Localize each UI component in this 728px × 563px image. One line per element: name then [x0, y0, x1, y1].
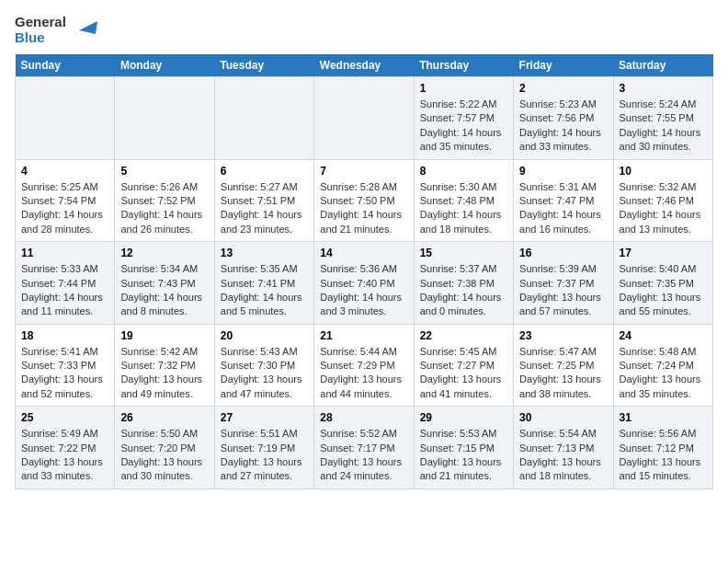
calendar-cell: 4Sunrise: 5:25 AMSunset: 7:54 PMDaylight…: [16, 159, 115, 242]
day-info: Sunrise: 5:42 AMSunset: 7:32 PMDaylight:…: [120, 345, 208, 402]
logo: General Blue: [15, 15, 97, 45]
day-info: Sunrise: 5:31 AMSunset: 7:47 PMDaylight:…: [519, 180, 607, 237]
calendar-cell: 15Sunrise: 5:37 AMSunset: 7:38 PMDayligh…: [414, 242, 513, 325]
day-number: 8: [420, 165, 507, 178]
day-info: Sunrise: 5:22 AMSunset: 7:57 PMDaylight:…: [420, 98, 507, 155]
day-number: 10: [620, 165, 707, 178]
day-info: Sunrise: 5:32 AMSunset: 7:46 PMDaylight:…: [620, 180, 707, 237]
day-info: Sunrise: 5:26 AMSunset: 7:52 PMDaylight:…: [120, 180, 208, 237]
day-number: 14: [320, 247, 407, 259]
day-info: Sunrise: 5:40 AMSunset: 7:35 PMDaylight:…: [620, 262, 707, 319]
calendar-cell: 3Sunrise: 5:24 AMSunset: 7:55 PMDaylight…: [613, 77, 712, 160]
day-info: Sunrise: 5:36 AMSunset: 7:40 PMDaylight:…: [320, 262, 407, 319]
calendar-cell: 9Sunrise: 5:31 AMSunset: 7:47 PMDaylight…: [514, 159, 613, 242]
day-number: 17: [620, 247, 707, 259]
day-info: Sunrise: 5:56 AMSunset: 7:12 PMDaylight:…: [620, 427, 707, 484]
day-number: 15: [420, 247, 507, 259]
day-number: 5: [120, 165, 208, 178]
day-info: Sunrise: 5:34 AMSunset: 7:43 PMDaylight:…: [120, 262, 208, 319]
calendar-cell: [314, 77, 414, 160]
day-number: 24: [620, 329, 707, 342]
logo-blue: Blue: [15, 30, 66, 46]
day-number: 12: [120, 247, 208, 259]
day-info: Sunrise: 5:35 AMSunset: 7:41 PMDaylight:…: [221, 262, 308, 319]
day-number: 27: [221, 411, 308, 424]
day-number: 11: [21, 247, 108, 259]
day-info: Sunrise: 5:24 AMSunset: 7:55 PMDaylight:…: [620, 98, 707, 155]
logo-general: General: [15, 15, 66, 30]
day-info: Sunrise: 5:48 AMSunset: 7:24 PMDaylight:…: [620, 345, 707, 402]
calendar-cell: 28Sunrise: 5:52 AMSunset: 7:17 PMDayligh…: [314, 407, 414, 489]
day-info: Sunrise: 5:41 AMSunset: 7:33 PMDaylight:…: [21, 345, 108, 402]
day-number: 1: [420, 82, 507, 95]
calendar-week-row: 18Sunrise: 5:41 AMSunset: 7:33 PMDayligh…: [16, 324, 713, 407]
calendar-cell: [16, 77, 115, 160]
calendar-week-row: 11Sunrise: 5:33 AMSunset: 7:44 PMDayligh…: [16, 242, 713, 325]
day-number: 31: [620, 411, 707, 424]
calendar-day-header: Sunday: [16, 54, 115, 77]
day-info: Sunrise: 5:50 AMSunset: 7:20 PMDaylight:…: [120, 427, 208, 484]
day-info: Sunrise: 5:25 AMSunset: 7:54 PMDaylight:…: [21, 180, 108, 237]
calendar-cell: 1Sunrise: 5:22 AMSunset: 7:57 PMDaylight…: [414, 77, 513, 160]
day-info: Sunrise: 5:51 AMSunset: 7:19 PMDaylight:…: [221, 427, 308, 484]
day-info: Sunrise: 5:54 AMSunset: 7:13 PMDaylight:…: [519, 427, 607, 484]
day-number: 4: [21, 165, 108, 178]
day-number: 7: [320, 165, 407, 178]
day-info: Sunrise: 5:39 AMSunset: 7:37 PMDaylight:…: [519, 262, 607, 319]
day-info: Sunrise: 5:30 AMSunset: 7:48 PMDaylight:…: [420, 180, 507, 237]
calendar-cell: 18Sunrise: 5:41 AMSunset: 7:33 PMDayligh…: [16, 324, 115, 407]
day-info: Sunrise: 5:49 AMSunset: 7:22 PMDaylight:…: [21, 427, 108, 484]
calendar-day-header: Monday: [115, 54, 214, 77]
day-number: 22: [420, 329, 507, 342]
day-info: Sunrise: 5:52 AMSunset: 7:17 PMDaylight:…: [320, 427, 407, 484]
calendar-cell: 7Sunrise: 5:28 AMSunset: 7:50 PMDaylight…: [314, 159, 414, 242]
day-number: 20: [221, 329, 308, 342]
calendar-cell: 30Sunrise: 5:54 AMSunset: 7:13 PMDayligh…: [514, 407, 613, 489]
calendar-cell: 19Sunrise: 5:42 AMSunset: 7:32 PMDayligh…: [115, 324, 214, 407]
calendar-day-header: Saturday: [613, 54, 712, 77]
page-header: General Blue: [15, 15, 713, 45]
calendar-cell: 20Sunrise: 5:43 AMSunset: 7:30 PMDayligh…: [214, 324, 313, 407]
calendar-week-row: 1Sunrise: 5:22 AMSunset: 7:57 PMDaylight…: [16, 77, 713, 160]
calendar-cell: 2Sunrise: 5:23 AMSunset: 7:56 PMDaylight…: [514, 77, 613, 160]
calendar-header: SundayMondayTuesdayWednesdayThursdayFrid…: [16, 54, 713, 77]
calendar-cell: [115, 77, 214, 160]
calendar-cell: [214, 77, 313, 160]
day-number: 16: [519, 247, 607, 259]
day-info: Sunrise: 5:37 AMSunset: 7:38 PMDaylight:…: [420, 262, 507, 319]
calendar-cell: 12Sunrise: 5:34 AMSunset: 7:43 PMDayligh…: [115, 242, 214, 325]
calendar-cell: 26Sunrise: 5:50 AMSunset: 7:20 PMDayligh…: [115, 407, 214, 489]
calendar-cell: 10Sunrise: 5:32 AMSunset: 7:46 PMDayligh…: [613, 159, 712, 242]
svg-marker-0: [79, 21, 97, 34]
day-info: Sunrise: 5:47 AMSunset: 7:25 PMDaylight:…: [519, 345, 607, 402]
day-number: 29: [420, 411, 507, 424]
day-number: 28: [320, 411, 407, 424]
day-info: Sunrise: 5:33 AMSunset: 7:44 PMDaylight:…: [21, 262, 108, 319]
calendar-cell: 5Sunrise: 5:26 AMSunset: 7:52 PMDaylight…: [115, 159, 214, 242]
day-number: 6: [221, 165, 308, 178]
calendar-cell: 23Sunrise: 5:47 AMSunset: 7:25 PMDayligh…: [514, 324, 613, 407]
day-number: 19: [120, 329, 208, 342]
calendar-table: SundayMondayTuesdayWednesdayThursdayFrid…: [15, 54, 713, 489]
calendar-cell: 8Sunrise: 5:30 AMSunset: 7:48 PMDaylight…: [414, 159, 513, 242]
day-number: 9: [519, 165, 607, 178]
logo-bird-icon: [70, 17, 97, 44]
calendar-cell: 6Sunrise: 5:27 AMSunset: 7:51 PMDaylight…: [214, 159, 313, 242]
calendar-week-row: 4Sunrise: 5:25 AMSunset: 7:54 PMDaylight…: [16, 159, 713, 242]
calendar-day-header: Wednesday: [314, 54, 414, 77]
day-number: 23: [519, 329, 607, 342]
calendar-cell: 31Sunrise: 5:56 AMSunset: 7:12 PMDayligh…: [613, 407, 712, 489]
calendar-cell: 16Sunrise: 5:39 AMSunset: 7:37 PMDayligh…: [514, 242, 613, 325]
calendar-cell: 29Sunrise: 5:53 AMSunset: 7:15 PMDayligh…: [414, 407, 513, 489]
calendar-cell: 17Sunrise: 5:40 AMSunset: 7:35 PMDayligh…: [613, 242, 712, 325]
calendar-cell: 27Sunrise: 5:51 AMSunset: 7:19 PMDayligh…: [214, 407, 313, 489]
calendar-day-header: Tuesday: [214, 54, 313, 77]
day-number: 21: [320, 329, 407, 342]
day-info: Sunrise: 5:44 AMSunset: 7:29 PMDaylight:…: [320, 345, 407, 402]
calendar-cell: 14Sunrise: 5:36 AMSunset: 7:40 PMDayligh…: [314, 242, 414, 325]
day-info: Sunrise: 5:23 AMSunset: 7:56 PMDaylight:…: [519, 98, 607, 155]
day-info: Sunrise: 5:53 AMSunset: 7:15 PMDaylight:…: [420, 427, 507, 484]
calendar-cell: 21Sunrise: 5:44 AMSunset: 7:29 PMDayligh…: [314, 324, 414, 407]
day-number: 13: [221, 247, 308, 259]
calendar-cell: 24Sunrise: 5:48 AMSunset: 7:24 PMDayligh…: [613, 324, 712, 407]
